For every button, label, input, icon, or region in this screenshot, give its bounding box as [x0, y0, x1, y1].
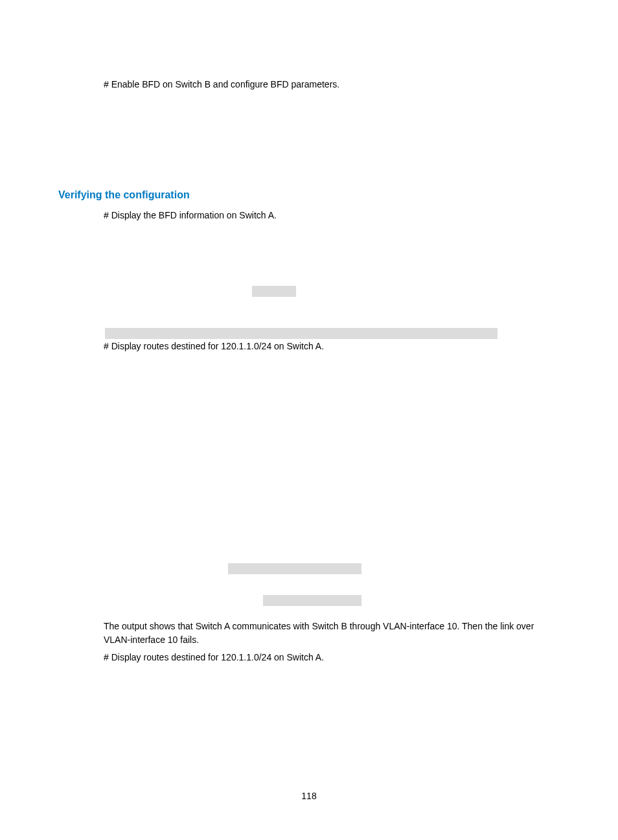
- paragraph-enable-bfd: # Enable BFD on Switch B and configure B…: [104, 78, 560, 91]
- paragraph-output-description: The output shows that Switch A communica…: [104, 620, 560, 647]
- section-heading-verifying: Verifying the configuration: [58, 189, 560, 201]
- highlight-block: [263, 595, 361, 606]
- page-number: 118: [0, 791, 618, 801]
- paragraph-display-routes-1: # Display routes destined for 120.1.1.0/…: [104, 340, 560, 353]
- paragraph-display-routes-2: # Display routes destined for 120.1.1.0/…: [104, 651, 560, 664]
- highlight-block: [228, 563, 361, 574]
- highlight-block: [252, 286, 296, 297]
- paragraph-display-bfd: # Display the BFD information on Switch …: [104, 209, 560, 222]
- highlight-block: [105, 328, 498, 339]
